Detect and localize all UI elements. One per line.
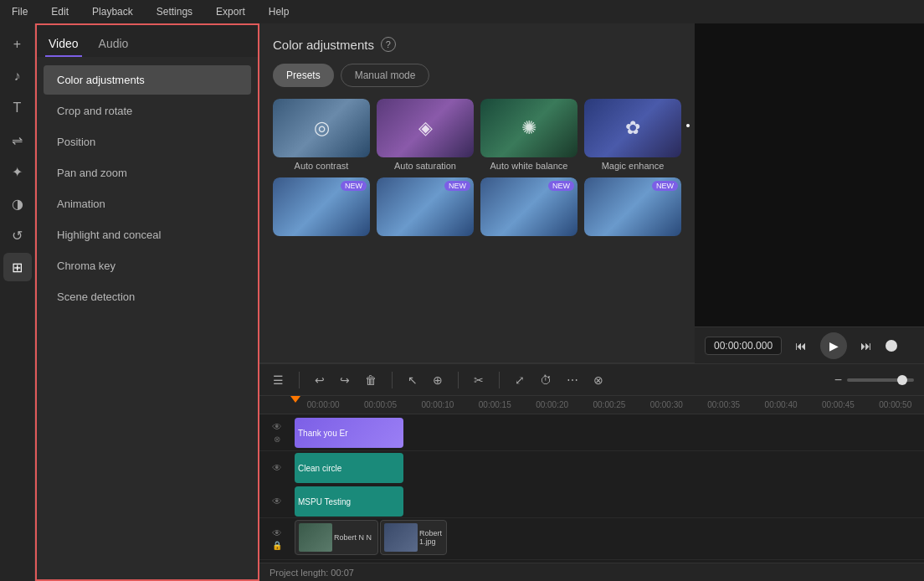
zoom-thumb[interactable] — [897, 375, 907, 385]
time-slider-wrap — [886, 340, 914, 352]
preset-6[interactable]: NEW — [377, 177, 474, 239]
track-row-overlay: 👁 Clean circle 👁 — [259, 451, 924, 518]
track-controls-title: 👁 ⊗ — [259, 419, 295, 445]
track-lock-video[interactable]: 🔒 — [272, 541, 282, 550]
preset-thumb-auto-white-balance: ✺ — [480, 99, 578, 157]
text-button[interactable]: T — [3, 94, 32, 122]
magic-enhance-icon: ✿ — [625, 117, 640, 139]
auto-contrast-icon: ◎ — [314, 117, 330, 139]
delete-button[interactable]: 🗑 — [362, 370, 380, 390]
menu-export[interactable]: Export — [211, 4, 250, 19]
preset-auto-contrast[interactable]: ◎ Auto contrast — [273, 99, 370, 171]
panel-tabs: Video Audio — [37, 23, 258, 57]
track-content-title: Thank you Er — [295, 414, 924, 450]
project-length: Project length: 00:07 — [259, 563, 924, 581]
clip-robert-nn[interactable]: Robert N N — [295, 520, 378, 555]
time-slider[interactable] — [886, 340, 897, 352]
track-content-overlay1: Clean circle — [295, 451, 924, 485]
pointer-button[interactable]: ↖ — [404, 370, 421, 390]
ruler-content: 00:00:00 00:00:05 00:00:10 00:00:15 00:0… — [295, 400, 924, 409]
magnet-button[interactable]: ⊕ — [429, 370, 446, 390]
content-area: Color adjustments ? Presets Manual mode … — [259, 23, 924, 581]
preset-label-auto-white-balance: Auto white balance — [480, 161, 578, 171]
playback-time: 00:00:00.000 — [705, 337, 782, 355]
time-button[interactable]: ◑ — [3, 189, 32, 218]
preset-8[interactable]: NEW — [584, 177, 681, 239]
clip-robert-jpg-label: Robert 1.jpg — [419, 529, 443, 546]
preset-auto-saturation[interactable]: ◈ Auto saturation — [377, 99, 474, 171]
track-eye-overlay2[interactable]: 👁 — [272, 496, 282, 507]
menu-item-highlight-and-conceal[interactable]: Highlight and conceal — [44, 220, 251, 249]
track-eye-title[interactable]: 👁 — [272, 421, 282, 433]
tab-audio[interactable]: Audio — [95, 32, 132, 57]
track-eye-video[interactable]: 👁 — [272, 527, 282, 539]
preset-label-auto-saturation: Auto saturation — [377, 161, 474, 171]
clip-robert-jpg[interactable]: Robert 1.jpg — [380, 520, 447, 555]
color-panel: Color adjustments ? Presets Manual mode … — [259, 23, 695, 363]
zoom-slider[interactable] — [847, 378, 914, 382]
menu-edit[interactable]: Edit — [46, 4, 74, 19]
effects-panel: Video Audio Color adjustments Crop and r… — [35, 23, 259, 581]
rotate-button[interactable]: ↺ — [3, 221, 32, 249]
preset-7[interactable]: NEW — [480, 177, 578, 239]
tab-video[interactable]: Video — [45, 32, 82, 57]
preset-auto-white-balance[interactable]: ✺ Auto white balance — [480, 99, 578, 171]
clip-thank-you[interactable]: Thank you Er — [295, 418, 403, 448]
preset-thumb-auto-contrast: ◎ — [273, 99, 370, 157]
preset-5[interactable]: NEW — [273, 177, 370, 239]
menu-help[interactable]: Help — [264, 4, 295, 19]
manual-mode-button[interactable]: Manual mode — [341, 64, 430, 87]
rewind-button[interactable]: ⏮ — [795, 339, 807, 352]
menu-playback[interactable]: Playback — [87, 4, 138, 19]
toolbar-separator-2 — [392, 372, 393, 388]
settings-button[interactable]: ☰ — [270, 370, 287, 390]
filter-button[interactable]: ⋯ — [563, 370, 582, 390]
ruler-mark-6: 00:00:30 — [638, 400, 695, 409]
ruler-mark-2: 00:00:10 — [409, 400, 466, 409]
track-link-title[interactable]: ⊗ — [274, 434, 280, 444]
undo-button[interactable]: ↩ — [311, 370, 328, 390]
track-row-title: 👁 ⊗ Thank you Er — [259, 414, 924, 451]
menu-file[interactable]: File — [7, 4, 33, 19]
effect-button[interactable]: ✦ — [3, 157, 32, 186]
menu-item-pan-and-zoom[interactable]: Pan and zoom — [44, 158, 251, 188]
track-content-audio: Attention.mp3 — [295, 560, 924, 563]
cut-button[interactable]: ✂ — [470, 370, 487, 390]
add-media-button[interactable]: + — [3, 30, 32, 59]
link-button[interactable]: ⊗ — [590, 370, 607, 390]
play-button[interactable]: ▶ — [820, 332, 847, 359]
menu-item-color-adjustments[interactable]: Color adjustments — [44, 65, 251, 95]
menu-item-position[interactable]: Position — [44, 127, 251, 157]
redo-button[interactable]: ↪ — [336, 370, 353, 390]
menu-item-animation[interactable]: Animation — [44, 189, 251, 219]
ruler-mark-0: 00:00:00 — [295, 400, 352, 409]
menu-item-chroma-key[interactable]: Chroma key — [44, 251, 251, 280]
ruler-mark-7: 00:00:35 — [696, 400, 752, 409]
preset-magic-enhance[interactable]: ✿ Magic enhance — [584, 99, 681, 171]
menu-item-crop-and-rotate[interactable]: Crop and rotate — [44, 96, 251, 126]
icon-sidebar: + ♪ T ⇌ ✦ ◑ ↺ ⊞ — [0, 23, 35, 581]
clip-thank-you-label: Thank you Er — [298, 429, 347, 438]
ruler-mark-10: 00:00:50 — [867, 400, 924, 409]
clip-robert-nn-label: Robert N N — [334, 533, 372, 542]
timeline-tracks: 👁 ⊗ Thank you Er 👁 — [259, 414, 924, 563]
ruler-mark-4: 00:00:20 — [523, 400, 580, 409]
clip-thumb-robert-nn — [299, 523, 332, 552]
menu-settings[interactable]: Settings — [151, 4, 198, 19]
clip-clean-circle[interactable]: Clean circle — [295, 453, 403, 483]
mode-buttons: Presets Manual mode — [273, 64, 681, 87]
zoom-out-button[interactable]: − — [834, 373, 842, 388]
clock-button[interactable]: ⏱ — [536, 370, 555, 390]
grid-button[interactable]: ⊞ — [3, 253, 32, 281]
track-eye-overlay1[interactable]: 👁 — [272, 462, 282, 474]
transition-button[interactable]: ⇌ — [3, 126, 32, 154]
help-icon[interactable]: ? — [381, 37, 396, 52]
forward-button[interactable]: ⏭ — [860, 339, 872, 352]
presets-button[interactable]: Presets — [273, 64, 334, 87]
music-button[interactable]: ♪ — [3, 62, 32, 90]
transform-button[interactable]: ⤢ — [511, 370, 528, 390]
menu-item-scene-detection[interactable]: Scene detection — [44, 282, 251, 311]
main-area: + ♪ T ⇌ ✦ ◑ ↺ ⊞ Video Audio Color adjust… — [0, 23, 924, 581]
clip-mspu-testing[interactable]: MSPU Testing — [295, 486, 403, 517]
new-badge-8: NEW — [652, 181, 678, 191]
